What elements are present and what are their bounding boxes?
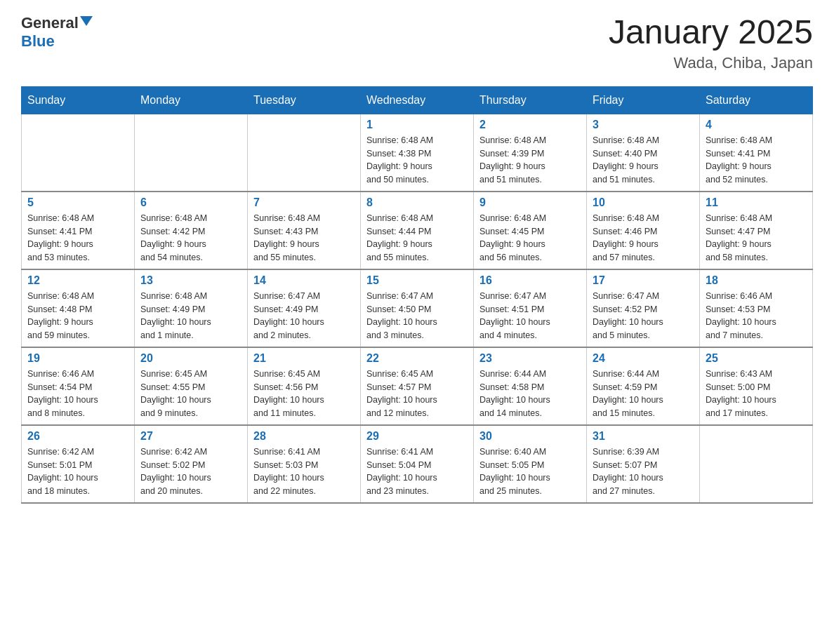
day-number: 16: [479, 274, 581, 287]
table-row: 15Sunrise: 6:47 AMSunset: 4:50 PMDayligh…: [361, 269, 474, 347]
table-row: 19Sunrise: 6:46 AMSunset: 4:54 PMDayligh…: [22, 347, 135, 425]
day-detail: Sunrise: 6:48 AMSunset: 4:49 PMDaylight:…: [140, 290, 241, 342]
table-row: 31Sunrise: 6:39 AMSunset: 5:07 PMDayligh…: [587, 425, 700, 503]
day-number: 29: [366, 430, 468, 443]
day-number: 10: [593, 196, 694, 209]
table-row: 3Sunrise: 6:48 AMSunset: 4:40 PMDaylight…: [587, 114, 700, 192]
table-row: [700, 425, 813, 503]
table-row: 4Sunrise: 6:48 AMSunset: 4:41 PMDaylight…: [700, 114, 813, 192]
day-detail: Sunrise: 6:41 AMSunset: 5:03 PMDaylight:…: [253, 445, 355, 498]
table-row: 9Sunrise: 6:48 AMSunset: 4:45 PMDaylight…: [474, 192, 587, 269]
logo-triangle-icon: [80, 16, 93, 26]
day-detail: Sunrise: 6:48 AMSunset: 4:43 PMDaylight:…: [253, 212, 355, 264]
day-number: 26: [27, 430, 128, 443]
day-number: 15: [366, 274, 468, 287]
calendar-header-row: Sunday Monday Tuesday Wednesday Thursday…: [22, 86, 813, 114]
calendar-week-row: 26Sunrise: 6:42 AMSunset: 5:01 PMDayligh…: [22, 425, 813, 503]
table-row: 7Sunrise: 6:48 AMSunset: 4:43 PMDaylight…: [248, 192, 361, 269]
table-row: 29Sunrise: 6:41 AMSunset: 5:04 PMDayligh…: [361, 425, 474, 503]
day-detail: Sunrise: 6:42 AMSunset: 5:02 PMDaylight:…: [140, 445, 241, 498]
day-number: 2: [479, 119, 581, 131]
day-detail: Sunrise: 6:46 AMSunset: 4:54 PMDaylight:…: [27, 368, 128, 420]
table-row: 13Sunrise: 6:48 AMSunset: 4:49 PMDayligh…: [135, 269, 248, 347]
day-number: 21: [253, 352, 355, 365]
day-detail: Sunrise: 6:48 AMSunset: 4:41 PMDaylight:…: [27, 212, 128, 264]
table-row: 22Sunrise: 6:45 AMSunset: 4:57 PMDayligh…: [361, 347, 474, 425]
table-row: 16Sunrise: 6:47 AMSunset: 4:51 PMDayligh…: [474, 269, 587, 347]
day-detail: Sunrise: 6:48 AMSunset: 4:46 PMDaylight:…: [593, 212, 694, 264]
day-number: 4: [706, 119, 807, 131]
table-row: 30Sunrise: 6:40 AMSunset: 5:05 PMDayligh…: [474, 425, 587, 503]
day-detail: Sunrise: 6:47 AMSunset: 4:51 PMDaylight:…: [479, 290, 581, 342]
col-wednesday: Wednesday: [361, 86, 474, 114]
table-row: 18Sunrise: 6:46 AMSunset: 4:53 PMDayligh…: [700, 269, 813, 347]
day-number: 25: [706, 352, 807, 365]
day-number: 31: [593, 430, 694, 443]
day-number: 23: [479, 352, 581, 365]
day-number: 20: [140, 352, 241, 365]
day-number: 19: [27, 352, 128, 365]
col-sunday: Sunday: [22, 86, 135, 114]
day-number: 13: [140, 274, 241, 287]
day-number: 3: [593, 119, 694, 131]
day-number: 6: [140, 196, 241, 209]
day-detail: Sunrise: 6:45 AMSunset: 4:57 PMDaylight:…: [366, 368, 468, 420]
day-detail: Sunrise: 6:43 AMSunset: 5:00 PMDaylight:…: [706, 368, 807, 420]
day-number: 22: [366, 352, 468, 365]
day-number: 18: [706, 274, 807, 287]
day-detail: Sunrise: 6:45 AMSunset: 4:56 PMDaylight:…: [253, 368, 355, 420]
table-row: 5Sunrise: 6:48 AMSunset: 4:41 PMDaylight…: [22, 192, 135, 269]
table-row: 1Sunrise: 6:48 AMSunset: 4:38 PMDaylight…: [361, 114, 474, 192]
table-row: [135, 114, 248, 192]
col-friday: Friday: [587, 86, 700, 114]
day-number: 14: [253, 274, 355, 287]
table-row: 11Sunrise: 6:48 AMSunset: 4:47 PMDayligh…: [700, 192, 813, 269]
day-detail: Sunrise: 6:41 AMSunset: 5:04 PMDaylight:…: [366, 445, 468, 498]
table-row: [248, 114, 361, 192]
day-detail: Sunrise: 6:48 AMSunset: 4:42 PMDaylight:…: [140, 212, 241, 264]
table-row: 6Sunrise: 6:48 AMSunset: 4:42 PMDaylight…: [135, 192, 248, 269]
day-detail: Sunrise: 6:48 AMSunset: 4:48 PMDaylight:…: [27, 290, 128, 342]
calendar-title: January 2025: [609, 14, 813, 51]
day-number: 12: [27, 274, 128, 287]
page-header: General Blue January 2025 Wada, Chiba, J…: [21, 14, 813, 72]
table-row: 27Sunrise: 6:42 AMSunset: 5:02 PMDayligh…: [135, 425, 248, 503]
day-number: 5: [27, 196, 128, 209]
table-row: 23Sunrise: 6:44 AMSunset: 4:58 PMDayligh…: [474, 347, 587, 425]
logo-general: General: [21, 14, 79, 32]
day-detail: Sunrise: 6:47 AMSunset: 4:52 PMDaylight:…: [593, 290, 694, 342]
logo: General Blue: [21, 14, 93, 51]
col-thursday: Thursday: [474, 86, 587, 114]
table-row: 25Sunrise: 6:43 AMSunset: 5:00 PMDayligh…: [700, 347, 813, 425]
day-number: 11: [706, 196, 807, 209]
day-number: 7: [253, 196, 355, 209]
day-detail: Sunrise: 6:42 AMSunset: 5:01 PMDaylight:…: [27, 445, 128, 498]
calendar-week-row: 5Sunrise: 6:48 AMSunset: 4:41 PMDaylight…: [22, 192, 813, 269]
table-row: 10Sunrise: 6:48 AMSunset: 4:46 PMDayligh…: [587, 192, 700, 269]
day-number: 17: [593, 274, 694, 287]
day-detail: Sunrise: 6:46 AMSunset: 4:53 PMDaylight:…: [706, 290, 807, 342]
table-row: [22, 114, 135, 192]
table-row: 28Sunrise: 6:41 AMSunset: 5:03 PMDayligh…: [248, 425, 361, 503]
calendar-week-row: 1Sunrise: 6:48 AMSunset: 4:38 PMDaylight…: [22, 114, 813, 192]
day-number: 28: [253, 430, 355, 443]
day-detail: Sunrise: 6:47 AMSunset: 4:49 PMDaylight:…: [253, 290, 355, 342]
day-detail: Sunrise: 6:40 AMSunset: 5:05 PMDaylight:…: [479, 445, 581, 498]
table-row: 24Sunrise: 6:44 AMSunset: 4:59 PMDayligh…: [587, 347, 700, 425]
day-detail: Sunrise: 6:45 AMSunset: 4:55 PMDaylight:…: [140, 368, 241, 420]
col-tuesday: Tuesday: [248, 86, 361, 114]
day-detail: Sunrise: 6:47 AMSunset: 4:50 PMDaylight:…: [366, 290, 468, 342]
calendar-week-row: 19Sunrise: 6:46 AMSunset: 4:54 PMDayligh…: [22, 347, 813, 425]
col-monday: Monday: [135, 86, 248, 114]
table-row: 8Sunrise: 6:48 AMSunset: 4:44 PMDaylight…: [361, 192, 474, 269]
col-saturday: Saturday: [700, 86, 813, 114]
day-detail: Sunrise: 6:48 AMSunset: 4:44 PMDaylight:…: [366, 212, 468, 264]
table-row: 2Sunrise: 6:48 AMSunset: 4:39 PMDaylight…: [474, 114, 587, 192]
day-detail: Sunrise: 6:44 AMSunset: 4:58 PMDaylight:…: [479, 368, 581, 420]
calendar-week-row: 12Sunrise: 6:48 AMSunset: 4:48 PMDayligh…: [22, 269, 813, 347]
table-row: 12Sunrise: 6:48 AMSunset: 4:48 PMDayligh…: [22, 269, 135, 347]
day-number: 1: [366, 119, 468, 131]
day-number: 30: [479, 430, 581, 443]
day-number: 9: [479, 196, 581, 209]
table-row: 17Sunrise: 6:47 AMSunset: 4:52 PMDayligh…: [587, 269, 700, 347]
